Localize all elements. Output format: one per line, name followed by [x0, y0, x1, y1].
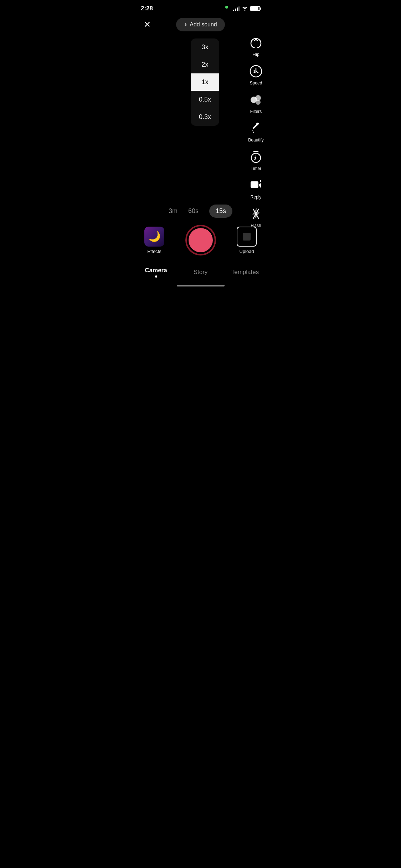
reply-icon: [248, 177, 264, 193]
svg-point-4: [256, 100, 261, 105]
close-button[interactable]: ✕: [141, 18, 154, 31]
reply-label: Reply: [251, 195, 262, 200]
upload-icon: [237, 227, 257, 247]
speed-option-05x[interactable]: 0.5x: [191, 91, 219, 108]
effects-thumb-emoji: 🌙: [144, 227, 164, 247]
tab-story-label: Story: [194, 269, 208, 275]
svg-point-9: [252, 130, 253, 131]
tab-story[interactable]: Story: [178, 269, 223, 279]
upload-label: Upload: [239, 249, 254, 254]
tab-camera-dot: [155, 275, 157, 278]
tab-bar: Camera Story Templates: [134, 263, 267, 283]
music-note-icon: ♪: [184, 21, 187, 28]
speed-option-3x[interactable]: 3x: [191, 38, 219, 56]
tab-templates-label: Templates: [231, 269, 259, 275]
status-bar: 2:28: [134, 0, 267, 14]
timer-label: Timer: [251, 166, 261, 171]
beautify-control[interactable]: Beautify: [248, 120, 264, 143]
upload-button[interactable]: Upload: [237, 227, 257, 254]
effects-label: Effects: [147, 249, 161, 254]
speed-control[interactable]: 1x Speed: [248, 63, 264, 86]
speed-label: Speed: [250, 81, 262, 86]
duration-row: 3m 60s 15s: [134, 205, 267, 218]
svg-marker-16: [258, 183, 261, 188]
bottom-section: 3m 60s 15s 🌙 Effects Upload Camera: [134, 205, 267, 289]
add-sound-label: Add sound: [190, 21, 217, 28]
effects-thumbnail: 🌙: [144, 227, 164, 247]
flip-control[interactable]: Flip: [248, 35, 264, 57]
beautify-label: Beautify: [248, 138, 263, 143]
wifi-icon: [242, 6, 248, 12]
timer-icon: 3: [248, 149, 264, 165]
filters-label: Filters: [250, 109, 262, 114]
tab-templates[interactable]: Templates: [223, 269, 267, 279]
reply-control[interactable]: Reply: [248, 177, 264, 200]
record-button-inner: [189, 228, 213, 252]
duration-15s-button[interactable]: 15s: [209, 205, 232, 218]
flip-icon: [248, 35, 264, 51]
flip-label: Flip: [252, 52, 259, 57]
speed-selector: 3x 2x 1x 0.5x 0.3x: [191, 38, 219, 126]
svg-rect-17: [260, 180, 261, 182]
battery-icon: [250, 6, 260, 11]
duration-3m-button[interactable]: 3m: [169, 207, 178, 215]
timer-control[interactable]: 3 Timer: [248, 149, 264, 171]
home-indicator: [177, 285, 225, 286]
green-dot-indicator: [225, 6, 228, 9]
filters-icon: [248, 92, 264, 108]
filters-control[interactable]: Filters: [248, 92, 264, 114]
record-button[interactable]: [185, 225, 216, 255]
status-icons: [233, 6, 260, 12]
svg-point-8: [253, 132, 254, 133]
speed-option-2x[interactable]: 2x: [191, 56, 219, 73]
duration-60s-button[interactable]: 60s: [188, 207, 199, 215]
close-icon: ✕: [144, 20, 151, 30]
speed-option-1x[interactable]: 1x: [191, 73, 219, 91]
upload-icon-inner: [243, 233, 251, 241]
speed-option-03x[interactable]: 0.3x: [191, 108, 219, 126]
add-sound-button[interactable]: ♪ Add sound: [176, 18, 225, 31]
tab-camera[interactable]: Camera: [134, 267, 178, 280]
svg-rect-15: [251, 181, 258, 188]
svg-text:1x: 1x: [253, 69, 258, 73]
svg-point-7: [258, 123, 259, 124]
battery-fill: [251, 7, 258, 10]
time-display: 2:28: [141, 5, 153, 12]
speed-icon: 1x: [248, 63, 264, 79]
camera-action-row: 🌙 Effects Upload: [134, 225, 267, 255]
beautify-icon: [248, 120, 264, 136]
tab-camera-label: Camera: [145, 267, 167, 274]
effects-button[interactable]: 🌙 Effects: [144, 227, 164, 254]
signal-icon: [233, 6, 240, 11]
top-bar: ✕ ♪ Add sound: [134, 14, 267, 35]
right-controls: Flip 1x Speed Filters: [248, 35, 264, 228]
